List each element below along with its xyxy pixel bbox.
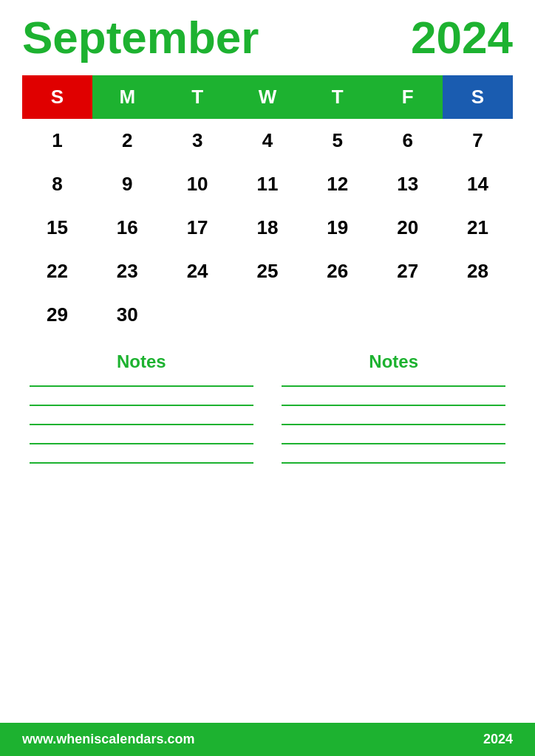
header-saturday: S [443,75,513,119]
notes-line [282,462,505,464]
day-cell-empty [233,293,303,337]
day-cell: 27 [372,250,443,293]
day-cell: 13 [372,162,443,206]
day-cell: 10 [163,162,233,206]
day-cell: 5 [302,119,372,162]
notes-line [30,405,253,406]
notes-line [282,405,505,406]
notes-line [282,443,505,444]
day-cell: 22 [22,250,92,293]
day-cell: 24 [163,250,233,293]
notes-line [30,385,253,387]
day-cell: 6 [372,119,443,162]
header-monday: M [92,75,163,119]
notes-right: Notes [282,351,505,481]
days-header-row: S M T W T F S [22,75,513,119]
table-row: 15 16 17 18 19 20 21 [22,206,513,250]
day-cell: 16 [92,206,163,250]
day-cell: 7 [443,119,513,162]
notes-line [30,462,253,464]
table-row: 22 23 24 25 26 27 28 [22,250,513,293]
day-cell: 2 [92,119,163,162]
notes-line [30,424,253,425]
day-cell-empty [372,293,443,337]
day-cell: 23 [92,250,163,293]
calendar-page: September 2024 S M T W T F S 1 2 3 4 5 6 [0,0,535,756]
day-cell: 4 [233,119,303,162]
day-cell: 12 [302,162,372,206]
table-row: 1 2 3 4 5 6 7 [22,119,513,162]
footer-year: 2024 [483,732,513,747]
day-cell: 30 [92,293,163,337]
header-wednesday: W [233,75,303,119]
day-cell-empty [443,293,513,337]
notes-left: Notes [30,351,253,481]
day-cell: 21 [443,206,513,250]
day-cell: 18 [233,206,303,250]
day-cell-empty [163,293,233,337]
notes-right-label: Notes [282,351,505,372]
footer: www.wheniscalendars.com 2024 [0,723,535,756]
day-cell: 19 [302,206,372,250]
day-cell: 11 [233,162,303,206]
table-row: 8 9 10 11 12 13 14 [22,162,513,206]
notes-line [282,385,505,387]
day-cell: 25 [233,250,303,293]
footer-url: www.wheniscalendars.com [22,732,194,747]
day-cell: 20 [372,206,443,250]
day-cell: 3 [163,119,233,162]
notes-line [30,443,253,444]
header-thursday: T [302,75,372,119]
notes-left-label: Notes [30,351,253,372]
table-row: 29 30 [22,293,513,337]
day-cell: 9 [92,162,163,206]
notes-section: Notes Notes [22,351,513,481]
year-title: 2024 [411,15,513,61]
month-title: September [22,15,259,61]
notes-line [282,424,505,425]
header-tuesday: T [163,75,233,119]
day-cell: 8 [22,162,92,206]
day-cell: 28 [443,250,513,293]
calendar-table: S M T W T F S 1 2 3 4 5 6 7 8 [22,75,513,337]
day-cell: 15 [22,206,92,250]
header-sunday: S [22,75,92,119]
day-cell: 14 [443,162,513,206]
day-cell: 26 [302,250,372,293]
day-cell: 17 [163,206,233,250]
calendar-header: September 2024 [22,15,513,61]
header-friday: F [372,75,443,119]
day-cell: 29 [22,293,92,337]
day-cell: 1 [22,119,92,162]
day-cell-empty [302,293,372,337]
